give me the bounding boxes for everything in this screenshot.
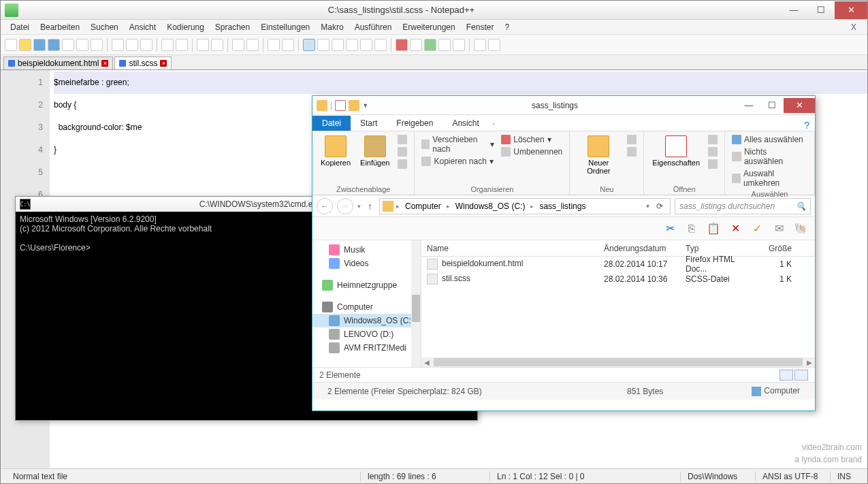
breadcrumb-computer[interactable]: Computer [402, 201, 444, 211]
maximize-button[interactable]: ☐ [807, 1, 835, 19]
paste-icon[interactable]: 📋 [706, 221, 721, 236]
rename-button[interactable]: Umbenennen [500, 146, 564, 157]
menu-edit[interactable]: Bearbeiten [35, 20, 85, 34]
menu-view[interactable]: Ansicht [124, 20, 161, 34]
show-all-icon[interactable] [317, 39, 329, 51]
shell-icon[interactable]: 🐚 [793, 221, 808, 236]
close-button[interactable]: ✕ [784, 98, 815, 113]
copy-button[interactable]: Kopieren [318, 134, 353, 168]
properties-icon[interactable] [335, 100, 346, 111]
ribbon-tab-start[interactable]: Start [351, 116, 387, 131]
forward-button[interactable]: → [337, 198, 353, 214]
easy-access-button[interactable] [626, 146, 638, 157]
cut-button[interactable] [396, 134, 408, 145]
open-button[interactable] [707, 134, 719, 145]
up-button[interactable]: ↑ [365, 201, 375, 212]
menu-close-x[interactable]: X [844, 22, 863, 32]
tab-close-icon[interactable]: × [101, 60, 108, 67]
zoom-in-icon[interactable] [232, 39, 244, 51]
nav-drive-c[interactable]: Windows8_OS (C:) [312, 314, 421, 327]
scrollbar-thumb[interactable] [412, 295, 420, 322]
nav-scrollbar[interactable] [411, 240, 421, 367]
copy-path-button[interactable] [396, 146, 408, 157]
new-folder-button[interactable]: Neuer Ordner [575, 134, 622, 176]
history-button[interactable] [707, 159, 719, 170]
save-macro-icon[interactable] [453, 39, 465, 51]
qat-dropdown-icon[interactable]: ▼ [362, 102, 368, 109]
horizontal-scrollbar[interactable]: ◀ ▶ [421, 357, 815, 367]
invert-selection-button[interactable]: Auswahl umkehren [730, 168, 809, 189]
tab-beispieldokument[interactable]: beispieldokument.html × [3, 57, 113, 69]
edit-button[interactable] [707, 146, 719, 157]
details-view-button[interactable] [779, 370, 793, 381]
col-date[interactable]: Änderungsdatum [598, 244, 680, 253]
spellcheck-next-icon[interactable] [488, 39, 500, 51]
back-button[interactable]: ← [317, 198, 333, 214]
copy-icon[interactable] [126, 39, 138, 51]
ribbon-tab-view[interactable]: Ansicht [443, 116, 488, 131]
select-all-button[interactable]: Alles auswählen [730, 134, 809, 145]
tab-close-icon[interactable]: × [160, 60, 167, 67]
nav-drive-d[interactable]: LENOVO (D:) [312, 327, 421, 341]
check-icon[interactable]: ✓ [750, 221, 765, 236]
copy-icon[interactable]: ⎘ [684, 221, 699, 236]
paste-shortcut-button[interactable] [396, 159, 408, 170]
delete-icon[interactable]: ✕ [728, 221, 743, 236]
paste-button[interactable]: Einfügen [357, 134, 392, 168]
minimize-button[interactable]: — [737, 98, 760, 113]
new-file-icon[interactable] [5, 39, 17, 51]
menu-macro[interactable]: Makro [315, 20, 349, 34]
scroll-left-icon[interactable]: ◀ [421, 359, 432, 366]
nav-homegroup[interactable]: Heimnetzgruppe [312, 278, 421, 292]
paste-icon[interactable] [140, 39, 152, 51]
nav-computer[interactable]: Computer [312, 300, 421, 314]
menu-encoding[interactable]: Kodierung [161, 20, 210, 34]
nav-fritz[interactable]: AVM FRITZ!Medi [312, 341, 421, 355]
scroll-right-icon[interactable]: ▶ [804, 359, 815, 366]
search-box[interactable]: sass_listings durchsuchen 🔍 [675, 198, 811, 214]
breadcrumb-folder[interactable]: sass_listings [536, 201, 588, 211]
menu-window[interactable]: Fenster [461, 20, 500, 34]
file-row[interactable]: stil.scss 28.02.2014 10:36 SCSS-Datei 1 … [421, 272, 815, 287]
ribbon-tab-file[interactable]: Datei [312, 116, 351, 131]
copy-to-button[interactable]: Kopieren nach ▾ [420, 156, 496, 167]
cut-icon[interactable] [112, 39, 124, 51]
refresh-icon[interactable]: ⟳ [652, 201, 667, 211]
close-all-icon[interactable] [76, 39, 89, 51]
menu-search[interactable]: Suchen [85, 20, 124, 34]
open-file-icon[interactable] [19, 39, 31, 51]
print-icon[interactable] [91, 39, 103, 51]
find-icon[interactable] [197, 39, 209, 51]
function-list-icon[interactable] [374, 39, 387, 51]
sync-h-icon[interactable] [282, 39, 294, 51]
stop-macro-icon[interactable] [410, 39, 422, 51]
redo-icon[interactable] [176, 39, 188, 51]
ribbon-collapse-icon[interactable]: ˆ [489, 123, 499, 131]
maximize-button[interactable]: ☐ [760, 98, 784, 113]
close-file-icon[interactable] [62, 39, 74, 51]
save-all-icon[interactable] [48, 39, 60, 51]
select-none-button[interactable]: Nichts auswählen [730, 146, 809, 167]
recent-dropdown-icon[interactable]: ▾ [357, 203, 361, 210]
menu-plugins[interactable]: Erweiterungen [397, 20, 460, 34]
zoom-out-icon[interactable] [246, 39, 259, 51]
help-icon[interactable]: ? [799, 120, 815, 131]
folder-as-workspace-icon[interactable] [346, 39, 358, 51]
sync-v-icon[interactable] [268, 39, 280, 51]
col-size[interactable]: Größe [763, 244, 797, 253]
delete-button[interactable]: Löschen ▾ [500, 134, 564, 145]
menu-language[interactable]: Sprachen [210, 20, 255, 34]
address-bar[interactable]: ▸ Computer ▸ Windows8_OS (C:) ▸ sass_lis… [379, 198, 671, 214]
mail-icon[interactable]: ✉ [771, 221, 786, 236]
ribbon-tab-share[interactable]: Freigeben [387, 116, 443, 131]
record-macro-icon[interactable] [396, 39, 408, 51]
run-macro-multi-icon[interactable] [438, 39, 451, 51]
nav-videos[interactable]: Videos [312, 257, 421, 270]
file-list-empty[interactable] [421, 287, 815, 357]
icons-view-button[interactable] [794, 370, 808, 381]
menu-settings[interactable]: Einstellungen [255, 20, 315, 34]
menu-help[interactable]: ? [499, 20, 515, 34]
save-icon[interactable] [33, 39, 46, 51]
col-name[interactable]: Name [421, 244, 598, 253]
play-macro-icon[interactable] [424, 39, 436, 51]
